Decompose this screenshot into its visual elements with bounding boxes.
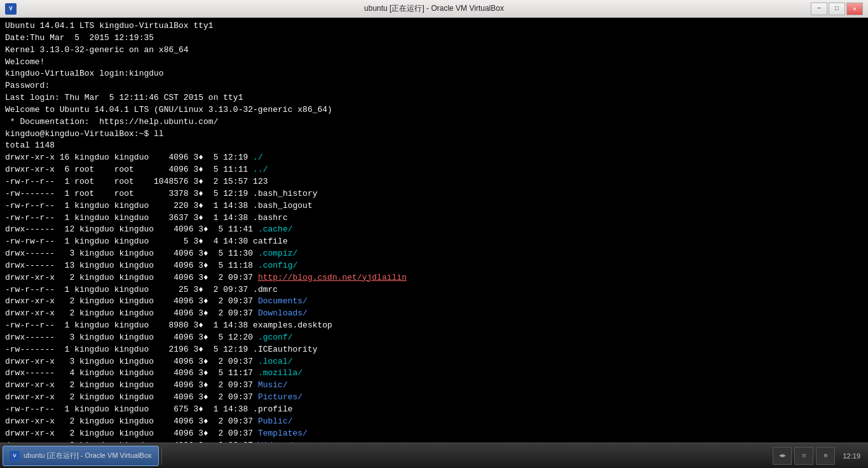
window-controls: ─ □ ✕ <box>811 3 863 15</box>
terminal-line: drwx------ 13 kingduo kingduo 4096 3♦ 5 … <box>5 260 863 272</box>
app-icon: V <box>5 3 17 15</box>
terminal-line: Ubuntu 14.04.1 LTS kingduo-VirtualBox tt… <box>5 20 863 32</box>
terminal-line: kingduo-VirtualBox login:kingduo <box>5 68 863 80</box>
taskbar-vm-icon: V <box>10 451 20 461</box>
terminal-line: -rw-r--r-- 1 kingduo kingduo 3637 3♦ 1 1… <box>5 212 863 224</box>
terminal-line: drwxr-xr-x 2 kingduo kingduo 4096 3♦ 2 0… <box>5 428 863 440</box>
tray-icon-1[interactable]: ◀▶ <box>773 447 792 465</box>
terminal-window: Ubuntu 14.04.1 LTS kingduo-VirtualBox tt… <box>0 18 868 443</box>
terminal-line: drwxr-xr-x 2 kingduo kingduo 4096 3♦ 2 0… <box>5 440 863 443</box>
close-button[interactable]: ✕ <box>846 3 863 15</box>
maximize-button[interactable]: □ <box>829 3 845 15</box>
terminal-line: drwxr-xr-x 2 kingduo kingduo 4096 3♦ 2 0… <box>5 392 863 404</box>
terminal-line: drwx------ 12 kingduo kingduo 4096 3♦ 5 … <box>5 224 863 236</box>
tray-icon-2[interactable]: ⊡ <box>794 447 813 465</box>
terminal-line: drwxr-xr-x 3 kingduo kingduo 4096 3♦ 2 0… <box>5 356 863 368</box>
terminal-line: drwx------ 3 kingduo kingduo 4096 3♦ 5 1… <box>5 248 863 260</box>
terminal-line: drwxr-xr-x 2 kingduo kingduo 4096 3♦ 2 0… <box>5 296 863 308</box>
terminal-line: -rw-r--r-- 1 kingduo kingduo 25 3♦ 2 09:… <box>5 284 863 296</box>
taskbar-vm-label: ubuntu [正在运行] - Oracle VM VirtualBox <box>24 451 152 460</box>
terminal-line: -rw-r--r-- 1 kingduo kingduo 220 3♦ 1 14… <box>5 200 863 212</box>
taskbar-tray: ◀▶ ⊡ ⊞ 12:19 <box>773 447 865 465</box>
terminal-line: * Documentation: https://help.ubuntu.com… <box>5 116 863 128</box>
terminal-line: -rw------- 1 kingduo kingduo 2196 3♦ 5 1… <box>5 344 863 356</box>
terminal-line: -rw------- 1 root root 3378 3♦ 5 12:19 .… <box>5 188 863 200</box>
terminal-line: drwxr-xr-x 2 kingduo kingduo 4096 3♦ 2 0… <box>5 416 863 428</box>
terminal-line: -rw-rw-r-- 1 kingduo kingduo 5 3♦ 4 14:3… <box>5 236 863 248</box>
terminal-line: drwxr-xr-x 6 root root 4096 3♦ 5 11:11 .… <box>5 164 863 176</box>
terminal-line: Date:Thu Mar 5 2015 12:19:35 <box>5 32 863 45</box>
terminal-line: drwx------ 3 kingduo kingduo 4096 3♦ 5 1… <box>5 332 863 344</box>
terminal-line: total 1148 <box>5 140 863 152</box>
terminal-line: drwxr-xr-x 16 kingduo kingduo 4096 3♦ 5 … <box>5 152 863 164</box>
window-title: ubuntu [正在运行] - Oracle VM VirtualBox <box>364 3 504 14</box>
terminal-line: Welcome to Ubuntu 14.04.1 LTS (GNU/Linux… <box>5 104 863 116</box>
taskbar-separator <box>161 447 162 465</box>
tray-icon-3[interactable]: ⊞ <box>816 447 835 465</box>
terminal-line: Welcome! <box>5 57 863 69</box>
taskbar-vm-item[interactable]: V ubuntu [正在运行] - Oracle VM VirtualBox <box>3 446 159 466</box>
terminal-line: drwxr-xr-x 2 kingduo kingduo 4096 3♦ 2 0… <box>5 272 863 284</box>
terminal-line: -rw-r--r-- 1 kingduo kingduo 675 3♦ 1 14… <box>5 404 863 416</box>
taskbar-clock: 12:19 <box>837 452 865 460</box>
terminal-line: drwx------ 4 kingduo kingduo 4096 3♦ 5 1… <box>5 368 863 380</box>
terminal-line: kingduo@kingduo-VirtualBox:~$ ll <box>5 128 863 141</box>
terminal-line: drwxr-xr-x 2 kingduo kingduo 4096 3♦ 2 0… <box>5 308 863 320</box>
minimize-button[interactable]: ─ <box>811 3 827 15</box>
terminal-line: -rw-r--r-- 1 kingduo kingduo 8980 3♦ 1 1… <box>5 320 863 332</box>
terminal-line: drwxr-xr-x 2 kingduo kingduo 4096 3♦ 2 0… <box>5 380 863 392</box>
terminal-line: -rw-r--r-- 1 root root 1048576 3♦ 2 15:5… <box>5 176 863 188</box>
terminal-line: Kernel 3.13.0-32-generic on an x86_64 <box>5 45 863 57</box>
taskbar: V ubuntu [正在运行] - Oracle VM VirtualBox ◀… <box>0 443 868 468</box>
terminal-line: Last login: Thu Mar 5 12:11:46 CST 2015 … <box>5 92 863 104</box>
titlebar: V ubuntu [正在运行] - Oracle VM VirtualBox ─… <box>0 0 868 18</box>
terminal-line: Password: <box>5 80 863 92</box>
